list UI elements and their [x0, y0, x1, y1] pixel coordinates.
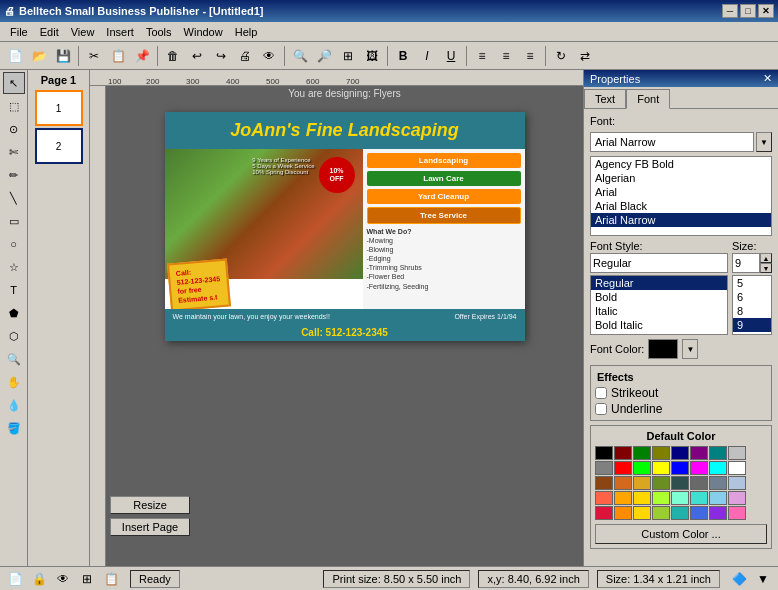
style-input[interactable] [590, 253, 728, 273]
size-down-btn[interactable]: ▼ [760, 263, 772, 273]
color-swatch[interactable] [648, 339, 678, 359]
color-cell-5[interactable] [690, 446, 708, 460]
tool-text[interactable]: T [3, 279, 25, 301]
copy-button[interactable]: 📋 [107, 45, 129, 67]
paste-button[interactable]: 📌 [131, 45, 153, 67]
style-bold[interactable]: Bold [591, 290, 727, 304]
print-button[interactable]: 🖨 [234, 45, 256, 67]
preview-button[interactable]: 👁 [258, 45, 280, 67]
style-bolditalic[interactable]: Bold Italic [591, 318, 727, 332]
menu-tools[interactable]: Tools [140, 24, 178, 40]
tab-font[interactable]: Font [626, 89, 670, 109]
tool-pencil[interactable]: ✏ [3, 164, 25, 186]
color-cell-21[interactable] [690, 476, 708, 490]
tool-eyedrop[interactable]: 💧 [3, 394, 25, 416]
menu-window[interactable]: Window [178, 24, 229, 40]
color-cell-36[interactable] [671, 506, 689, 520]
page-thumb-2[interactable]: 2 [35, 128, 83, 164]
color-cell-25[interactable] [614, 491, 632, 505]
font-item-agency[interactable]: Agency FB Bold [591, 157, 771, 171]
save-button[interactable]: 💾 [52, 45, 74, 67]
status-icon1[interactable]: 📄 [4, 568, 26, 590]
color-cell-32[interactable] [595, 506, 613, 520]
color-cell-6[interactable] [709, 446, 727, 460]
open-button[interactable]: 📂 [28, 45, 50, 67]
font-item-arialblack[interactable]: Arial Black [591, 199, 771, 213]
tool-line[interactable]: ╲ [3, 187, 25, 209]
color-cell-24[interactable] [595, 491, 613, 505]
menu-file[interactable]: File [4, 24, 34, 40]
minimize-button[interactable]: ─ [722, 4, 738, 18]
color-cell-39[interactable] [728, 506, 746, 520]
tool-shape2[interactable]: ⬡ [3, 325, 25, 347]
grid-button[interactable]: ⊞ [337, 45, 359, 67]
color-cell-0[interactable] [595, 446, 613, 460]
image-button[interactable]: 🖼 [361, 45, 383, 67]
menu-insert[interactable]: Insert [100, 24, 140, 40]
status-end-icon1[interactable]: 🔷 [728, 568, 750, 590]
color-cell-38[interactable] [709, 506, 727, 520]
insert-page-button[interactable]: Insert Page [110, 518, 190, 536]
color-cell-1[interactable] [614, 446, 632, 460]
properties-close[interactable]: ✕ [763, 72, 772, 85]
color-cell-12[interactable] [671, 461, 689, 475]
align-left-button[interactable]: ≡ [471, 45, 493, 67]
status-icon5[interactable]: 📋 [100, 568, 122, 590]
color-cell-16[interactable] [595, 476, 613, 490]
color-cell-7[interactable] [728, 446, 746, 460]
tool-pan[interactable]: ✋ [3, 371, 25, 393]
style-regular[interactable]: Regular [591, 276, 727, 290]
undo-button[interactable]: ↩ [186, 45, 208, 67]
font-item-algerian[interactable]: Algerian [591, 171, 771, 185]
color-dropdown-btn[interactable]: ▼ [682, 339, 698, 359]
redo-button[interactable]: ↪ [210, 45, 232, 67]
style-list[interactable]: Regular Bold Italic Bold Italic [590, 275, 728, 335]
size-5[interactable]: 5 [733, 276, 771, 290]
font-item-arial[interactable]: Arial [591, 185, 771, 199]
color-cell-2[interactable] [633, 446, 651, 460]
delete-button[interactable]: 🗑 [162, 45, 184, 67]
color-cell-11[interactable] [652, 461, 670, 475]
custom-color-button[interactable]: Custom Color ... [595, 524, 767, 544]
color-cell-35[interactable] [652, 506, 670, 520]
font-dropdown-btn[interactable]: ▼ [756, 132, 772, 152]
menu-view[interactable]: View [65, 24, 101, 40]
font-item-arialnarrow[interactable]: Arial Narrow [591, 213, 771, 227]
new-button[interactable]: 📄 [4, 45, 26, 67]
size-6[interactable]: 6 [733, 290, 771, 304]
font-input[interactable] [590, 132, 754, 152]
color-cell-19[interactable] [652, 476, 670, 490]
underline-checkbox[interactable] [595, 403, 607, 415]
size-list[interactable]: 5 6 8 9 [732, 275, 772, 335]
rotate-button[interactable]: ↻ [550, 45, 572, 67]
color-cell-15[interactable] [728, 461, 746, 475]
tool-arrow[interactable]: ↖ [3, 72, 25, 94]
tool-shape1[interactable]: ⬟ [3, 302, 25, 324]
menu-help[interactable]: Help [229, 24, 264, 40]
status-icon2[interactable]: 🔒 [28, 568, 50, 590]
size-8[interactable]: 8 [733, 304, 771, 318]
size-input[interactable] [732, 253, 760, 273]
color-cell-9[interactable] [614, 461, 632, 475]
tool-crop[interactable]: ✄ [3, 141, 25, 163]
color-cell-4[interactable] [671, 446, 689, 460]
status-icon4[interactable]: ⊞ [76, 568, 98, 590]
color-cell-37[interactable] [690, 506, 708, 520]
style-italic[interactable]: Italic [591, 304, 727, 318]
color-cell-13[interactable] [690, 461, 708, 475]
color-cell-27[interactable] [652, 491, 670, 505]
strikeout-checkbox[interactable] [595, 387, 607, 399]
color-cell-33[interactable] [614, 506, 632, 520]
tool-select[interactable]: ⬚ [3, 95, 25, 117]
status-end-icon2[interactable]: ▼ [752, 568, 774, 590]
menu-edit[interactable]: Edit [34, 24, 65, 40]
align-right-button[interactable]: ≡ [519, 45, 541, 67]
resize-button[interactable]: Resize [110, 496, 190, 514]
maximize-button[interactable]: □ [740, 4, 756, 18]
zoom-in-button[interactable]: 🔍 [289, 45, 311, 67]
color-cell-22[interactable] [709, 476, 727, 490]
color-cell-30[interactable] [709, 491, 727, 505]
underline-button[interactable]: U [440, 45, 462, 67]
tool-fill[interactable]: 🪣 [3, 417, 25, 439]
color-cell-3[interactable] [652, 446, 670, 460]
